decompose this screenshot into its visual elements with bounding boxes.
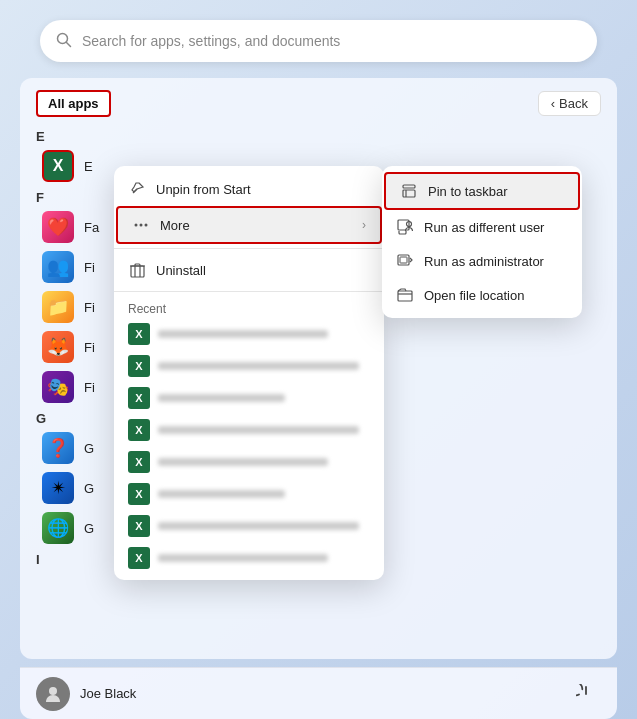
recent-text-2: [158, 362, 370, 370]
svg-point-5: [145, 224, 148, 227]
menu-divider-2: [114, 291, 384, 292]
svg-rect-17: [398, 291, 412, 301]
svg-rect-10: [403, 185, 415, 188]
run-admin-icon: [396, 252, 414, 270]
app-gb-icon: ✴: [42, 472, 74, 504]
open-location-icon: [396, 286, 414, 304]
recent-text-6: [158, 490, 370, 498]
recent-excel-icon-5: X: [128, 451, 150, 473]
svg-rect-11: [403, 190, 415, 197]
excel-app-name: E: [84, 159, 93, 174]
recent-text-4: [158, 426, 370, 434]
app-fd-name: Fi: [84, 340, 95, 355]
user-name: Joe Black: [80, 686, 136, 701]
recent-item-4[interactable]: X: [114, 414, 384, 446]
menu-more-label: More: [160, 218, 190, 233]
app-fc-name: Fi: [84, 300, 95, 315]
app-fc-icon: 📁: [42, 291, 74, 323]
app-fd-icon: 🦊: [42, 331, 74, 363]
back-label: Back: [559, 96, 588, 111]
recent-item-2[interactable]: X: [114, 350, 384, 382]
app-fa-name: Fa: [84, 220, 99, 235]
recent-excel-icon-1: X: [128, 323, 150, 345]
svg-point-3: [135, 224, 138, 227]
run-user-icon: [396, 218, 414, 236]
taskbar: Joe Black: [20, 667, 617, 719]
svg-point-18: [49, 687, 57, 695]
recent-excel-icon-4: X: [128, 419, 150, 441]
user-info[interactable]: Joe Black: [36, 677, 136, 711]
recent-text-8: [158, 554, 370, 562]
search-icon: [56, 32, 72, 51]
app-fa-icon: ❤️: [42, 211, 74, 243]
recent-item-7[interactable]: X: [114, 510, 384, 542]
section-e: E: [36, 125, 601, 146]
app-fe-name: Fi: [84, 380, 95, 395]
more-arrow-icon: ›: [362, 218, 366, 232]
back-button[interactable]: ‹ Back: [538, 91, 601, 116]
recent-excel-icon-6: X: [128, 483, 150, 505]
app-ga-name: G: [84, 441, 94, 456]
excel-app-icon: X: [42, 150, 74, 182]
search-bar[interactable]: Search for apps, settings, and documents: [40, 20, 597, 62]
menu-unpin[interactable]: Unpin from Start: [114, 172, 384, 206]
open-location-label: Open file location: [424, 288, 524, 303]
recent-item-5[interactable]: X: [114, 446, 384, 478]
recent-item-6[interactable]: X: [114, 478, 384, 510]
user-avatar: [36, 677, 70, 711]
all-apps-button[interactable]: All apps: [36, 90, 111, 117]
sub-context-menu: Pin to taskbar Run as different user: [382, 166, 582, 318]
run-different-user-label: Run as different user: [424, 220, 544, 235]
trash-icon: [128, 261, 146, 279]
menu-uninstall-label: Uninstall: [156, 263, 206, 278]
app-ga-icon: ❓: [42, 432, 74, 464]
svg-rect-6: [131, 266, 144, 277]
app-gc-icon: 🌐: [42, 512, 74, 544]
run-admin-label: Run as administrator: [424, 254, 544, 269]
main-area: All apps ‹ Back E X E F ❤️ Fa 👥 Fi 📁 Fi: [20, 78, 617, 659]
recent-excel-icon-3: X: [128, 387, 150, 409]
submenu-open-location[interactable]: Open file location: [382, 278, 582, 312]
recent-excel-icon-7: X: [128, 515, 150, 537]
recent-section-label: Recent: [114, 296, 384, 318]
recent-item-8[interactable]: X: [114, 542, 384, 574]
app-gc-name: G: [84, 521, 94, 536]
app-fe-icon: 🎭: [42, 371, 74, 403]
recent-text-5: [158, 458, 370, 466]
app-gb-name: G: [84, 481, 94, 496]
recent-item-1[interactable]: X: [114, 318, 384, 350]
recent-text-1: [158, 330, 370, 338]
more-icon: [132, 216, 150, 234]
svg-line-1: [67, 42, 71, 46]
recent-text-7: [158, 522, 370, 530]
search-placeholder: Search for apps, settings, and documents: [82, 33, 340, 49]
menu-divider-1: [114, 248, 384, 249]
app-fb-name: Fi: [84, 260, 95, 275]
recent-text-3: [158, 394, 370, 402]
back-chevron-icon: ‹: [551, 96, 555, 111]
header-row: All apps ‹ Back: [20, 78, 617, 125]
pin-taskbar-label: Pin to taskbar: [428, 184, 508, 199]
recent-excel-icon-8: X: [128, 547, 150, 569]
menu-uninstall[interactable]: Uninstall: [114, 253, 384, 287]
submenu-pin-taskbar[interactable]: Pin to taskbar: [384, 172, 580, 210]
recent-item-3[interactable]: X: [114, 382, 384, 414]
svg-point-4: [140, 224, 143, 227]
app-fb-icon: 👥: [42, 251, 74, 283]
context-menu: Unpin from Start More ›: [114, 166, 384, 580]
pin-taskbar-icon: [400, 182, 418, 200]
submenu-run-different-user[interactable]: Run as different user: [382, 210, 582, 244]
submenu-run-admin[interactable]: Run as administrator: [382, 244, 582, 278]
recent-excel-icon-2: X: [128, 355, 150, 377]
menu-more[interactable]: More ›: [116, 206, 382, 244]
menu-unpin-label: Unpin from Start: [156, 182, 251, 197]
svg-rect-16: [400, 257, 407, 263]
unpin-icon: [128, 180, 146, 198]
power-button[interactable]: [571, 679, 601, 709]
